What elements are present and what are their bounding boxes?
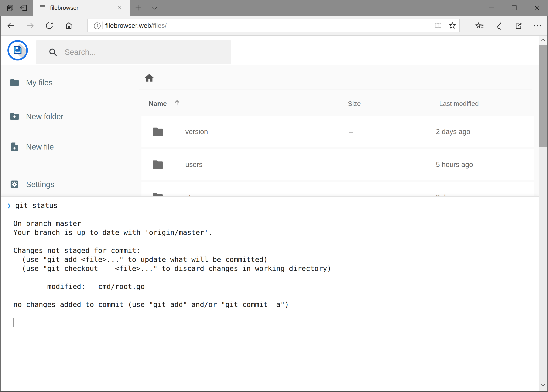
maximize-button[interactable] — [510, 4, 518, 12]
sidebar-item-label: Settings — [26, 180, 54, 189]
column-header-size[interactable]: Size — [348, 100, 361, 107]
sidebar-divider — [0, 166, 127, 166]
file-name: version — [185, 116, 208, 147]
folder-icon — [152, 158, 164, 171]
browser-navbar: filebrowser.web/files/ — [0, 16, 548, 36]
favorites-hub-icon[interactable] — [475, 21, 484, 30]
search-placeholder: Search... — [65, 40, 96, 64]
folder-icon — [9, 77, 20, 88]
url-text[interactable]: filebrowser.web/files/ — [105, 19, 167, 32]
scrollbar-down-button[interactable] — [540, 382, 547, 388]
terminal-panel[interactable]: ❯ git status On branch master Your branc… — [0, 196, 539, 392]
reading-view-icon[interactable] — [434, 21, 442, 30]
column-header-modified[interactable]: Last modified — [439, 100, 479, 107]
refresh-button[interactable] — [45, 21, 54, 30]
folder-icon — [152, 126, 164, 138]
sidebar-item-label: New folder — [26, 112, 63, 121]
more-options-icon[interactable] — [533, 21, 542, 30]
home-button[interactable] — [64, 21, 74, 30]
floppy-disk-icon — [12, 45, 23, 55]
file-row-users[interactable]: users – 5 hours ago — [141, 149, 534, 180]
terminal-command: git status — [15, 201, 58, 210]
window-border-left — [0, 16, 0, 392]
file-modified: 5 hours ago — [436, 149, 473, 180]
url-path: /files/ — [151, 22, 166, 29]
tab-close-icon[interactable] — [117, 5, 123, 11]
share-icon[interactable] — [514, 21, 523, 30]
file-name: users — [185, 149, 202, 180]
search-icon — [48, 48, 57, 56]
sidebar-item-label: New file — [26, 142, 54, 151]
site-info-icon[interactable] — [93, 21, 102, 30]
listing-divider — [139, 89, 532, 90]
minimize-button[interactable] — [487, 4, 495, 12]
new-tab-button[interactable] — [134, 4, 143, 12]
breadcrumb-home-icon[interactable] — [144, 72, 155, 83]
tab-title: filebrowser — [50, 0, 78, 16]
new-folder-icon — [9, 111, 20, 121]
sidebar-item-settings[interactable]: Settings — [9, 176, 54, 192]
tab-page-icon — [39, 4, 46, 12]
browser-tab[interactable]: filebrowser — [33, 0, 130, 16]
close-button[interactable] — [533, 4, 541, 12]
file-size: – — [349, 149, 353, 180]
sidebar-divider — [0, 99, 127, 99]
web-note-pen-icon[interactable] — [494, 21, 504, 30]
scrollbar-thumb[interactable] — [539, 45, 548, 147]
browser-window: filebrowser — [0, 0, 548, 392]
sidebar-item-new-file[interactable]: New file — [9, 139, 54, 155]
filebrowser-header: Search... — [0, 36, 539, 65]
filebrowser-logo[interactable] — [7, 40, 28, 61]
tab-preview-icon[interactable] — [6, 4, 14, 12]
new-file-icon — [9, 142, 20, 152]
terminal-cursor — [13, 318, 14, 327]
set-tabs-aside-icon[interactable] — [19, 4, 28, 12]
titlebar: filebrowser — [0, 0, 548, 16]
file-modified: 2 days ago — [436, 116, 470, 147]
address-bar[interactable]: filebrowser.web/files/ — [87, 19, 460, 32]
forward-button[interactable] — [26, 21, 35, 30]
address-divider — [102, 21, 103, 29]
window-border-bottom — [0, 391, 548, 392]
tab-list-chevron-icon[interactable] — [151, 4, 159, 13]
terminal-output: On branch master Your branch is up to da… — [13, 210, 331, 309]
settings-gear-icon — [9, 179, 20, 189]
sidebar-item-label: My files — [26, 78, 53, 87]
sidebar-item-my-files[interactable]: My files — [9, 75, 53, 91]
file-row-version[interactable]: version – 2 days ago — [141, 116, 534, 147]
sidebar-item-new-folder[interactable]: New folder — [9, 109, 63, 124]
search-input[interactable]: Search... — [36, 40, 231, 64]
file-size: – — [349, 116, 353, 147]
terminal-prompt-icon: ❯ — [7, 201, 11, 210]
back-button[interactable] — [6, 21, 15, 30]
column-header-name[interactable]: Name — [149, 100, 167, 107]
add-favorite-star-icon[interactable] — [448, 21, 457, 30]
sort-ascending-icon[interactable] — [173, 99, 181, 107]
scrollbar-up-button[interactable] — [539, 36, 548, 45]
url-host: filebrowser.web — [105, 22, 151, 29]
